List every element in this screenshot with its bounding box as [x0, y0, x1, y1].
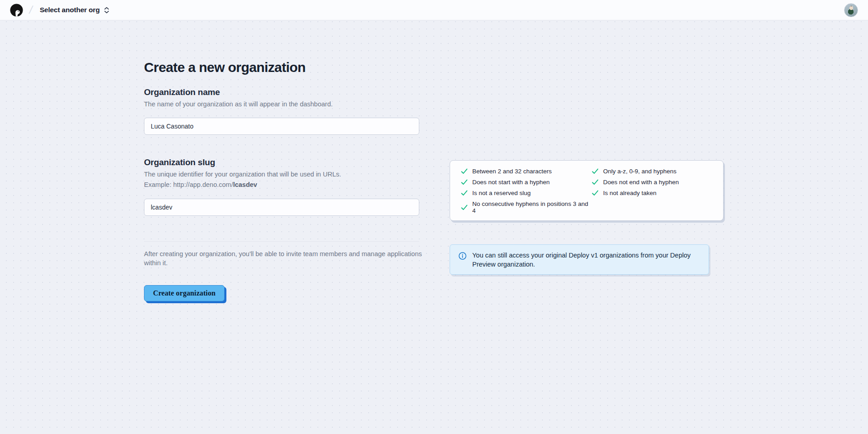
top-header: / Select another org — [0, 0, 868, 20]
validation-rule-text: Is not a reserved slug — [472, 190, 531, 196]
validation-rule: Between 2 and 32 characters — [461, 168, 592, 175]
validation-rule: No consecutive hyphens in positions 3 an… — [461, 200, 592, 214]
slug-validation-box: Between 2 and 32 characters Does not sta… — [450, 160, 724, 221]
footnote-text: After creating your organization, you'll… — [144, 249, 425, 267]
org-selector-label: Select another org — [40, 6, 100, 14]
validation-rule-text: Does not end with a hyphen — [603, 179, 679, 186]
org-selector[interactable]: Select another org — [40, 6, 110, 14]
page-title: Create a new organization — [144, 60, 306, 75]
org-slug-description: The unique identifier for your organizat… — [144, 171, 341, 178]
check-icon — [461, 179, 468, 186]
validation-rule: Is not already taken — [592, 190, 714, 196]
check-icon — [592, 190, 599, 196]
chevron-up-down-icon — [104, 7, 110, 14]
validation-rule-text: Between 2 and 32 characters — [472, 168, 552, 175]
org-name-description: The name of your organization as it will… — [144, 100, 333, 108]
org-name-input[interactable] — [144, 118, 419, 135]
org-slug-example-slug: lcasdev — [233, 181, 257, 188]
main-content: Create a new organization Organization n… — [0, 21, 868, 434]
org-slug-label: Organization slug — [144, 157, 215, 167]
check-icon — [461, 168, 468, 175]
validation-rule-text: No consecutive hyphens in positions 3 an… — [472, 200, 592, 214]
slug-validation-grid: Between 2 and 32 characters Does not sta… — [461, 168, 714, 214]
create-organization-button[interactable]: Create organization — [144, 285, 225, 301]
validation-rule: Does not end with a hyphen — [592, 179, 714, 186]
org-slug-example-prefix: Example: http://app.deno.com/ — [144, 181, 233, 188]
check-icon — [592, 179, 599, 186]
check-icon — [461, 204, 468, 211]
deploy-v1-info-callout: You can still access your original Deplo… — [450, 244, 709, 275]
info-text: You can still access your original Deplo… — [472, 251, 700, 269]
section-divider — [144, 241, 419, 242]
user-avatar[interactable] — [844, 3, 858, 17]
check-icon — [461, 190, 468, 196]
validation-rule: Is not a reserved slug — [461, 190, 592, 196]
validation-rule-text: Is not already taken — [603, 190, 657, 196]
org-slug-input[interactable] — [144, 199, 419, 216]
validation-rule: Only a-z, 0-9, and hyphens — [592, 168, 714, 175]
deno-logo-icon[interactable] — [10, 4, 23, 17]
org-name-label: Organization name — [144, 87, 220, 97]
check-icon — [592, 168, 599, 175]
org-slug-example: Example: http://app.deno.com/lcasdev — [144, 181, 257, 188]
info-icon — [458, 252, 467, 269]
validation-rule-text: Does not start with a hyphen — [472, 179, 550, 186]
validation-rule-text: Only a-z, 0-9, and hyphens — [603, 168, 676, 175]
validation-rule: Does not start with a hyphen — [461, 179, 592, 186]
breadcrumb-divider: / — [28, 4, 34, 16]
